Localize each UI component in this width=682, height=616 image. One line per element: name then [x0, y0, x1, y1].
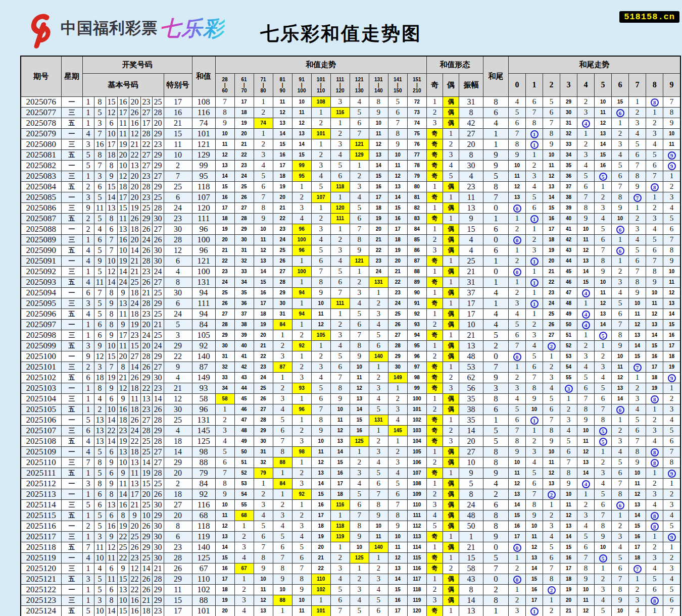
sum-trend-cell: 4 — [330, 340, 350, 351]
special-number-cell: 3 — [164, 330, 192, 340]
sum-trend-cell: 4 — [330, 255, 350, 266]
tail-trend-cell: 3 — [629, 224, 646, 234]
sum-trend-cell: 67 — [234, 563, 254, 574]
basic-number-cell: 8 — [106, 489, 117, 499]
circled-tail-hit: 4 — [582, 311, 590, 319]
tail-trend-cell: 14 — [577, 468, 595, 478]
tail-trend-cell: 14 — [526, 563, 543, 574]
basic-number-cell: 5 — [82, 499, 94, 510]
sum-cell: 125 — [192, 552, 215, 563]
sum-trend-cell: 8 — [350, 521, 369, 531]
basic-number-cell: 1 — [82, 234, 94, 245]
tail-trend-cell: 2 — [543, 510, 560, 521]
special-number-cell: 21 — [164, 383, 192, 393]
odd-count-cell: 1 — [426, 574, 443, 584]
tail-cell: 1 — [483, 298, 508, 309]
sum-trend-cell: 80 — [407, 181, 426, 192]
special-number-cell: 6 — [164, 192, 192, 202]
sum-trend-cell: 16 — [330, 468, 350, 478]
sum-trend-cell: 5 — [388, 96, 407, 107]
tail-trend-cell: 8 — [595, 521, 612, 531]
sum-cell: 131 — [192, 277, 215, 287]
sum-trend-cell: 19 — [273, 181, 292, 192]
issue-cell: 2025079 — [21, 128, 61, 139]
basic-number-cell: 29 — [152, 298, 164, 309]
basic-number-cell: 5 — [94, 510, 106, 521]
sum-trend-cell: 22 — [273, 213, 292, 224]
tail-trend-cell: 44 — [560, 255, 577, 266]
sum-trend-cell: 2 — [350, 277, 369, 287]
circled-tail-hit: 9 — [668, 162, 676, 170]
sum-trend-cell: 19 — [215, 224, 234, 234]
sum-trend-cell: 1 — [292, 457, 311, 468]
basic-number-cell: 16 — [117, 234, 129, 245]
odd-count-cell: 2 — [426, 584, 443, 595]
tail-trend-cell: 1 — [526, 298, 543, 309]
tail-trend-cell: 8 — [663, 107, 680, 118]
sum-trend-cell: 8 — [311, 415, 330, 425]
tail-trend-cell: 4 — [543, 531, 560, 542]
basic-number-cell: 12 — [106, 542, 117, 552]
special-number-cell: 4 — [164, 425, 192, 436]
sum-trend-cell: 11 — [273, 96, 292, 107]
special-number-cell: 5 — [164, 319, 192, 330]
issue-cell: 2025111 — [21, 468, 61, 478]
special-number-cell: 12 — [164, 245, 192, 255]
sum-trend-cell: 9 — [311, 287, 330, 298]
tail-trend-cell: 48 — [560, 298, 577, 309]
basic-number-cell: 25 — [152, 96, 164, 107]
tail-cell: 0 — [483, 202, 508, 213]
even-count-cell: 2 — [443, 372, 459, 383]
col-header-sum: 和值 — [192, 56, 215, 96]
special-number-cell: 24 — [164, 202, 192, 213]
tail-trend-cell: 17 — [526, 595, 543, 605]
basic-number-cell: 13 — [117, 446, 129, 457]
amplitude-cell: 62 — [459, 372, 483, 383]
sum-trend-cell: 6 — [215, 457, 234, 468]
tail-trend-cell: 7 — [663, 96, 680, 107]
tail-trend-cell: 4 — [577, 362, 595, 372]
tail-trend-cell: 5 — [543, 96, 560, 107]
special-number-cell: 12 — [164, 393, 192, 404]
basic-number-cell: 20 — [129, 181, 140, 192]
basic-number-cell: 16 — [117, 499, 129, 510]
special-number-cell: 9 — [164, 362, 192, 372]
tail-trend-cell: 1 — [526, 128, 543, 139]
tail-trend-cell: 14 — [595, 319, 612, 330]
sum-trend-cell: 15 — [215, 552, 234, 563]
tail-trend-cell: 1 — [526, 425, 543, 436]
sum-trend-cell: 68 — [234, 510, 254, 521]
tail-trend-cell: 1 — [509, 277, 526, 287]
basic-number-cell: 14 — [129, 362, 140, 372]
tail-trend-cell: 11 — [646, 298, 663, 309]
sum-trend-cell: 8 — [215, 107, 234, 118]
sum-trend-cell: 81 — [407, 192, 426, 202]
basic-number-cell: 11 — [94, 542, 106, 552]
sum-trend-cell: 1 — [350, 160, 369, 171]
tail-trend-cell: 3 — [663, 563, 680, 574]
basic-number-cell: 9 — [117, 287, 129, 298]
basic-number-cell: 22 — [129, 574, 140, 584]
tail-trend-cell: 10 — [663, 128, 680, 139]
tail-trend-cell: 2 — [577, 499, 595, 510]
basic-number-cell: 28 — [140, 425, 152, 436]
sum-trend-cell: 18 — [330, 489, 350, 499]
draw-row: 2025076一18151620232517108717111101083485… — [21, 96, 680, 107]
tail-trend-cell: 1 — [577, 489, 595, 499]
sum-trend-cell: 5 — [350, 489, 369, 499]
sum-trend-cell: 26 — [234, 192, 254, 202]
tail-trend-cell: 2 — [509, 372, 526, 383]
sum-trend-cell: 120 — [407, 605, 426, 616]
col-header-issue: 期号 — [21, 56, 61, 96]
tail-trend-cell: 5 — [509, 319, 526, 330]
special-number-cell: 26 — [164, 563, 192, 574]
tail-trend-cell: 4 — [646, 499, 663, 510]
sum-trend-cell: 12 — [273, 107, 292, 118]
even-count-cell: 偶 — [443, 595, 459, 605]
sum-trend-cell: 15 — [369, 171, 388, 181]
sum-trend-cell: 51 — [234, 457, 254, 468]
sum-trend-cell: 104 — [407, 436, 426, 446]
tail-trend-cell: 8 — [526, 499, 543, 510]
sum-trend-cell: 4 — [350, 298, 369, 309]
basic-number-cell: 10 — [117, 245, 129, 255]
